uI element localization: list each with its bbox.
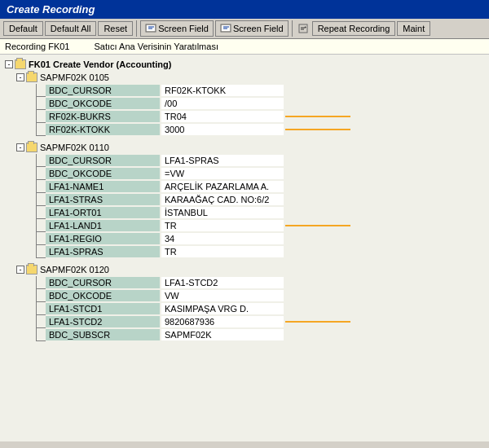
connector <box>36 302 46 315</box>
field-value: 9820687936 <box>161 316 284 327</box>
section3-label: SAPMF02K 0120 <box>40 265 109 275</box>
field-value: TR <box>161 246 284 257</box>
field-name: BDC_SUBSCR <box>46 329 160 340</box>
connector <box>36 219 46 232</box>
connector <box>36 232 46 245</box>
connector <box>36 315 46 328</box>
section1-expand-icon[interactable]: - <box>16 73 24 81</box>
section3-folder-row: - SAPMF02K 0120 <box>16 263 489 276</box>
field-value-highlight <box>285 321 350 323</box>
field-value: KASIMPAŞA VRG D. <box>161 303 284 314</box>
table-row: BDC_OKCODE /00 <box>36 97 489 110</box>
table-row: LFA1-NAME1 ARÇELİK PAZARLAMA A. <box>36 180 489 193</box>
field-name: RF02K-KTOKK <box>46 124 160 135</box>
field-value: LFA1-SPRAS <box>161 155 284 166</box>
reset-button[interactable]: Reset <box>98 21 133 36</box>
section2-expand-icon[interactable]: - <box>16 143 24 152</box>
edit-icon <box>297 23 309 34</box>
section1-folder-icon <box>26 72 37 82</box>
tree-container: - FK01 Create Vendor (Accounting) - SAPM… <box>0 55 489 345</box>
connector <box>36 154 46 167</box>
section2-folder-icon <box>26 143 37 152</box>
section2-container: - SAPMF02K 0110 BDC_CURSOR LFA1-SPRAS BD… <box>0 141 489 258</box>
connector <box>36 206 46 219</box>
field-name: LFA1-ORT01 <box>46 207 160 218</box>
table-row: LFA1-SPRAS TR <box>36 245 489 258</box>
default-all-button[interactable]: Default All <box>45 21 97 36</box>
section3-expand-icon[interactable]: - <box>16 266 24 274</box>
field-value: SAPMF02K <box>161 329 284 340</box>
field-value: TR04 <box>161 111 284 122</box>
field-name: BDC_OKCODE <box>46 168 160 179</box>
table-row: LFA1-REGIO 34 <box>36 232 489 245</box>
field-name: BDC_CURSOR <box>46 85 160 96</box>
divider-1 <box>136 20 137 37</box>
connector <box>36 276 46 289</box>
field-name: BDC_CURSOR <box>46 155 160 166</box>
section2-folder-row: - SAPMF02K 0110 <box>16 141 489 154</box>
section3-rows: BDC_CURSOR LFA1-STCD2 BDC_OKCODE VW LFA1… <box>16 276 489 341</box>
field-value: VW <box>161 290 284 301</box>
table-row: RF02K-KTOKK 3000 <box>36 123 489 136</box>
table-row: LFA1-STRAS KARAAĞAÇ CAD. NO:6/2 <box>36 193 489 206</box>
table-row: LFA1-STCD1 KASIMPAŞA VRG D. <box>36 302 489 315</box>
section3-container: - SAPMF02K 0120 BDC_CURSOR LFA1-STCD2 BD… <box>0 263 489 341</box>
table-row: BDC_CURSOR LFA1-SPRAS <box>36 154 489 167</box>
table-row: BDC_SUBSCR SAPMF02K <box>36 328 489 341</box>
field-name: LFA1-LAND1 <box>46 220 160 231</box>
field-value-highlight <box>285 116 350 117</box>
screen-field-1-button[interactable]: Screen Field <box>140 20 214 37</box>
section2-rows: BDC_CURSOR LFA1-SPRAS BDC_OKCODE =VW LFA… <box>16 154 489 258</box>
connector <box>36 110 46 123</box>
recording-description: Satıcı Ana Verisinin Yaratılması <box>95 42 218 51</box>
default-button[interactable]: Default <box>3 21 43 36</box>
field-value: LFA1-STCD2 <box>161 277 284 288</box>
screen-field-2-button[interactable]: Screen Field <box>215 20 289 37</box>
field-name: BDC_CURSOR <box>46 277 160 288</box>
section1-label: SAPMF02K 0105 <box>40 72 109 82</box>
field-value: 3000 <box>161 124 284 135</box>
top-level-label: FK01 Create Vendor (Accounting) <box>29 59 171 69</box>
table-row: BDC_OKCODE =VW <box>36 167 489 180</box>
field-value: TR <box>161 220 284 231</box>
connector <box>36 84 46 97</box>
top-expand-icon[interactable]: - <box>5 60 13 68</box>
section3-folder-icon <box>26 265 37 275</box>
connector <box>36 123 46 136</box>
top-level-item: - FK01 Create Vendor (Accounting) <box>0 58 489 71</box>
field-name: BDC_OKCODE <box>46 98 160 109</box>
connector <box>36 167 46 180</box>
connector <box>36 289 46 302</box>
field-value: ARÇELİK PAZARLAMA A. <box>161 181 284 192</box>
connector <box>36 193 46 206</box>
title-text: Create Recording <box>7 3 95 15</box>
recording-id: Recording FK01 <box>5 42 70 51</box>
top-folder-icon <box>15 59 26 69</box>
screen-field-1-icon <box>145 23 156 34</box>
field-value-highlight <box>285 129 350 130</box>
connector <box>36 97 46 110</box>
field-name: LFA1-STCD2 <box>46 316 160 327</box>
svg-rect-8 <box>299 24 307 33</box>
field-name: LFA1-STRAS <box>46 194 160 205</box>
screen-field-2-icon <box>220 23 231 34</box>
table-row: BDC_OKCODE VW <box>36 289 489 302</box>
maint-button[interactable]: Maint <box>397 21 430 36</box>
screen-field-2-label: Screen Field <box>233 24 284 33</box>
field-name: BDC_OKCODE <box>46 290 160 301</box>
field-name: LFA1-SPRAS <box>46 246 160 257</box>
field-value: İSTANBUL <box>161 207 284 218</box>
repeat-recording-button[interactable]: Repeat Recording <box>312 21 396 36</box>
connector <box>36 180 46 193</box>
field-name: RF02K-BUKRS <box>46 111 160 122</box>
section1-container: - SAPMF02K 0105 BDC_CURSOR RF02K-KTOKK B… <box>0 71 489 136</box>
table-row: BDC_CURSOR RF02K-KTOKK <box>36 84 489 97</box>
table-row: LFA1-ORT01 İSTANBUL <box>36 206 489 219</box>
screen-field-1-label: Screen Field <box>158 24 209 33</box>
field-value: 34 <box>161 233 284 244</box>
field-value: /00 <box>161 98 284 109</box>
connector <box>36 328 46 341</box>
table-row: LFA1-LAND1 TR <box>36 219 489 232</box>
title-bar: Create Recording <box>0 0 489 19</box>
connector <box>36 245 46 258</box>
